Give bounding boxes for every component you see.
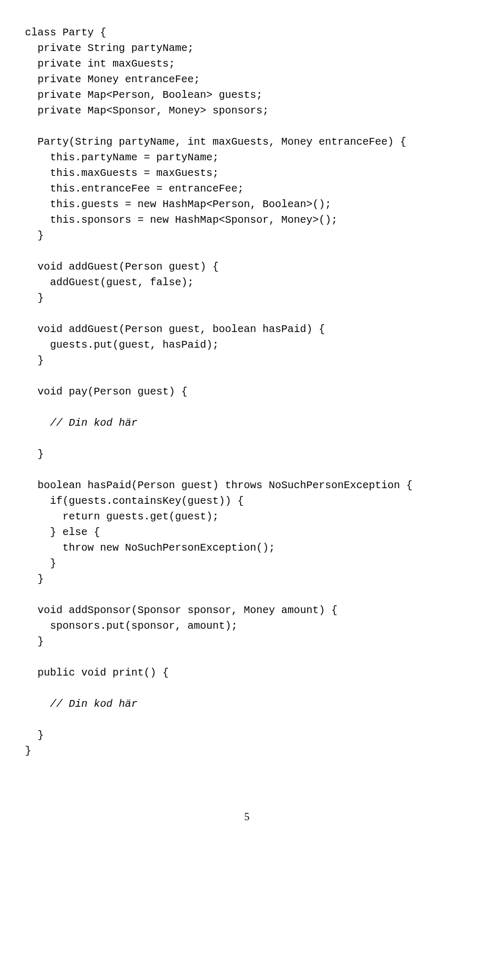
code-comment: // Din kod här: [25, 698, 138, 710]
code-line: addGuest(guest, false);: [25, 276, 194, 288]
code-line: this.guests = new HashMap<Person, Boolea…: [25, 198, 331, 210]
code-line: void addGuest(Person guest, boolean hasP…: [25, 323, 325, 335]
code-line: return guests.get(guest);: [25, 511, 219, 523]
code-line: class Party {: [25, 27, 106, 39]
code-line: Party(String partyName, int maxGuests, M…: [25, 136, 406, 148]
code-line: }: [25, 292, 44, 304]
code-line: }: [25, 557, 56, 569]
page-number: 5: [25, 811, 469, 823]
code-line: this.partyName = partyName;: [25, 151, 219, 163]
code-line: private String partyName;: [25, 42, 194, 54]
code-line: void pay(Person guest) {: [25, 386, 188, 398]
code-line: private Map<Sponsor, Money> sponsors;: [25, 105, 269, 117]
code-line: }: [25, 635, 44, 647]
code-line: }: [25, 354, 44, 366]
code-line: this.maxGuests = maxGuests;: [25, 167, 219, 179]
code-line: public void print() {: [25, 667, 169, 679]
code-line: if(guests.containsKey(guest)) {: [25, 495, 244, 507]
code-line: guests.put(guest, hasPaid);: [25, 339, 219, 351]
code-line: }: [25, 745, 31, 757]
code-line: }: [25, 230, 44, 241]
code-line: }: [25, 573, 44, 585]
code-line: throw new NoSuchPersonException();: [25, 542, 275, 554]
code-line: boolean hasPaid(Person guest) throws NoS…: [25, 479, 413, 491]
code-line: } else {: [25, 526, 100, 538]
code-comment: // Din kod här: [25, 417, 138, 429]
code-line: private Money entranceFee;: [25, 73, 200, 85]
code-line: private Map<Person, Boolean> guests;: [25, 89, 262, 101]
code-line: }: [25, 729, 44, 741]
code-block: class Party { private String partyName; …: [25, 25, 469, 759]
code-line: void addSponsor(Sponsor sponsor, Money a…: [25, 604, 338, 616]
document-page: class Party { private String partyName; …: [0, 0, 500, 844]
code-line: this.entranceFee = entranceFee;: [25, 183, 244, 195]
code-line: private int maxGuests;: [25, 58, 175, 70]
code-line: sponsors.put(sponsor, amount);: [25, 620, 238, 632]
code-line: }: [25, 448, 44, 460]
code-line: this.sponsors = new HashMap<Sponsor, Mon…: [25, 214, 338, 226]
code-line: void addGuest(Person guest) {: [25, 261, 219, 273]
